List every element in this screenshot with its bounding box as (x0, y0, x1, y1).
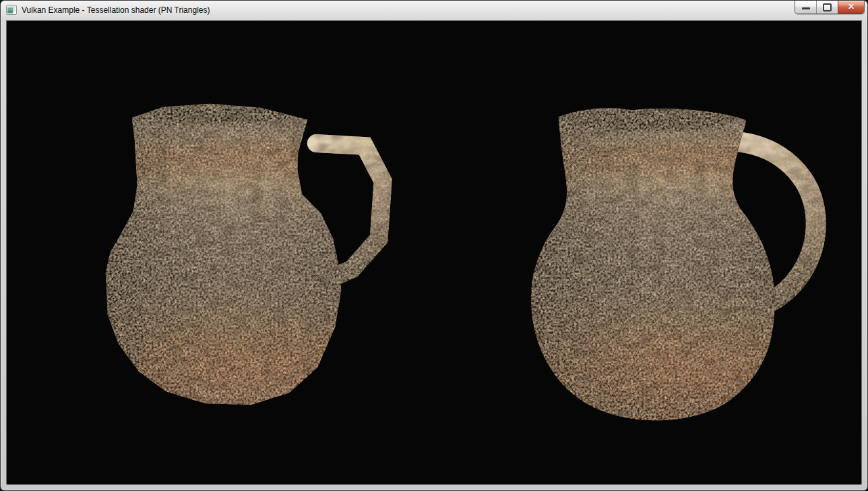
app-window: Vulkan Example - Tessellation shader (PN… (0, 0, 868, 491)
window-title: Vulkan Example - Tessellation shader (PN… (22, 5, 210, 15)
close-button[interactable]: ✕ (838, 1, 864, 13)
titlebar[interactable]: Vulkan Example - Tessellation shader (PN… (1, 1, 867, 20)
app-window-icon[interactable] (6, 5, 17, 16)
jug-tessellated (531, 108, 816, 420)
minimize-icon (802, 7, 810, 9)
render-canvas (7, 21, 861, 484)
window-controls: ✕ (795, 1, 865, 14)
maximize-icon (823, 3, 832, 11)
close-icon: ✕ (848, 1, 855, 13)
jug-low-poly (106, 104, 383, 405)
render-viewport[interactable] (6, 20, 862, 485)
desktop: { "window": { "title": "Vulkan Example -… (0, 0, 868, 491)
maximize-button[interactable] (816, 1, 838, 13)
minimize-button[interactable] (795, 1, 816, 13)
